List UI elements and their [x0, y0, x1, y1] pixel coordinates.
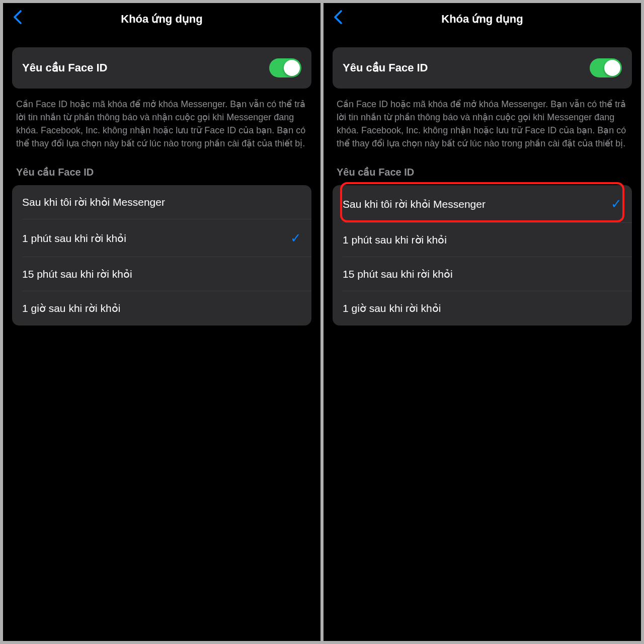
back-chevron-icon[interactable]	[13, 10, 22, 29]
face-id-toggle-switch[interactable]	[590, 58, 622, 77]
face-id-toggle-row[interactable]: Yêu cầu Face ID	[12, 47, 311, 89]
option-label: 1 giờ sau khi rời khỏi	[343, 302, 441, 314]
option-label: Sau khi tôi rời khỏi Messenger	[22, 196, 165, 208]
check-icon: ✓	[290, 230, 301, 246]
content-area: Yêu cầu Face ID Cần Face ID hoặc mã khóa…	[324, 35, 641, 326]
option-label: 15 phút sau khi rời khỏi	[22, 268, 132, 280]
toggle-knob	[284, 60, 300, 76]
timing-section-header: Yêu cầu Face ID	[333, 150, 632, 185]
option-label: 1 phút sau khi rời khỏi	[343, 234, 447, 246]
face-id-toggle-card: Yêu cầu Face ID	[333, 47, 632, 89]
page-title: Khóa ứng dụng	[121, 13, 202, 26]
timing-section-header: Yêu cầu Face ID	[12, 150, 311, 185]
face-id-toggle-card: Yêu cầu Face ID	[12, 47, 311, 89]
timing-option-1min[interactable]: 1 phút sau khi rời khỏi ✓	[12, 219, 311, 257]
timing-options-list: Sau khi tôi rời khỏi Messenger 1 phút sa…	[12, 185, 311, 326]
option-label: 1 giờ sau khi rời khỏi	[22, 302, 120, 314]
timing-option-1hr[interactable]: 1 giờ sau khi rời khỏi	[333, 291, 632, 326]
timing-option-immediate[interactable]: Sau khi tôi rời khỏi Messenger	[12, 185, 311, 219]
back-chevron-icon[interactable]	[334, 10, 343, 29]
face-id-toggle-label: Yêu cầu Face ID	[343, 61, 428, 74]
timing-options-list: Sau khi tôi rời khỏi Messenger ✓ 1 phút …	[333, 185, 632, 326]
face-id-toggle-switch[interactable]	[269, 58, 301, 77]
phone-screen-left: Khóa ứng dụng Yêu cầu Face ID Cần Face I…	[3, 3, 320, 641]
toggle-knob	[604, 60, 620, 76]
header-bar: Khóa ứng dụng	[3, 3, 320, 35]
option-label: 15 phút sau khi rời khỏi	[343, 268, 453, 280]
timing-option-15min[interactable]: 15 phút sau khi rời khỏi	[12, 257, 311, 291]
face-id-description: Cần Face ID hoặc mã khóa để mở khóa Mess…	[333, 89, 632, 150]
phone-screen-right: Khóa ứng dụng Yêu cầu Face ID Cần Face I…	[324, 3, 641, 641]
option-label: Sau khi tôi rời khỏi Messenger	[343, 198, 486, 210]
timing-option-1hr[interactable]: 1 giờ sau khi rời khỏi	[12, 291, 311, 326]
face-id-description: Cần Face ID hoặc mã khóa để mở khóa Mess…	[12, 89, 311, 150]
header-bar: Khóa ứng dụng	[324, 3, 641, 35]
page-title: Khóa ứng dụng	[441, 13, 523, 26]
option-label: 1 phút sau khi rời khỏi	[22, 232, 126, 245]
check-icon: ✓	[611, 196, 622, 212]
face-id-toggle-row[interactable]: Yêu cầu Face ID	[333, 47, 632, 89]
content-area: Yêu cầu Face ID Cần Face ID hoặc mã khóa…	[3, 35, 320, 326]
timing-option-1min[interactable]: 1 phút sau khi rời khỏi	[333, 223, 632, 257]
face-id-toggle-label: Yêu cầu Face ID	[22, 61, 108, 74]
timing-option-immediate[interactable]: Sau khi tôi rời khỏi Messenger ✓	[333, 185, 632, 223]
timing-option-15min[interactable]: 15 phút sau khi rời khỏi	[333, 257, 632, 291]
